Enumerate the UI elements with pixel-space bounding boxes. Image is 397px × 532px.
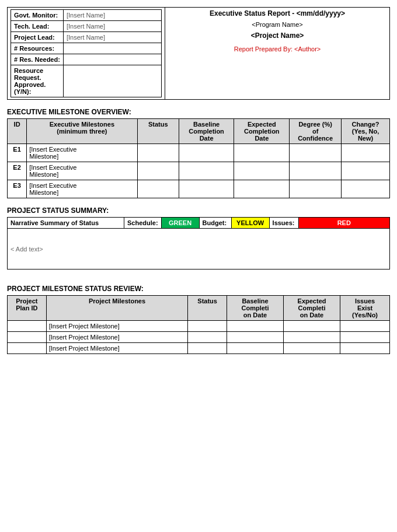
exec-id: E2 xyxy=(8,162,27,180)
res-needed-value[interactable] xyxy=(64,54,162,65)
col-expected: ExpectedCompletionDate xyxy=(234,119,290,144)
pm-col-expected: ExpectedCompletion Date xyxy=(284,296,340,321)
exec-milestone-text[interactable]: [Insert ExecutiveMilestone] xyxy=(27,144,138,162)
exec-expected[interactable] xyxy=(234,180,290,198)
project-milestone-row: [Insert Project Milestone] xyxy=(8,343,390,354)
pm-id[interactable] xyxy=(8,343,47,354)
exec-milestone-text[interactable]: [Insert ExecutiveMilestone] xyxy=(27,162,138,180)
project-milestone-title: PROJECT MILESTONE STATUS REVIEW: xyxy=(7,285,390,293)
exec-id: E3 xyxy=(8,180,27,198)
exec-baseline[interactable] xyxy=(179,144,234,162)
exec-change[interactable] xyxy=(342,180,390,198)
govt-monitor-value[interactable]: [Insert Name] xyxy=(64,10,162,21)
header-table: Govt. Monitor: [Insert Name] Tech. Lead:… xyxy=(7,7,390,100)
col-status: Status xyxy=(137,119,179,144)
resource-request-value[interactable] xyxy=(64,65,162,97)
header-right-panel: Executive Status Report - <mm/dd/yyyy> <… xyxy=(165,8,390,100)
res-needed-label: # Res. Needed: xyxy=(11,54,64,65)
pm-expected[interactable] xyxy=(284,332,340,343)
prepared-by[interactable]: Report Prepared By: <Author> xyxy=(168,46,386,52)
narrative-label: Narrative Summary of Status xyxy=(8,218,124,229)
resource-request-label: ResourceRequest.Approved.(Y/N): xyxy=(11,65,64,97)
project-lead-value[interactable]: [Insert Name] xyxy=(64,32,162,43)
exec-milestone-row: E2 [Insert ExecutiveMilestone] xyxy=(8,162,390,180)
exec-milestone-text[interactable]: [Insert ExecutiveMilestone] xyxy=(27,180,138,198)
tech-lead-value[interactable]: [Insert Name] xyxy=(64,21,162,32)
pm-col-issues: IssuesExist(Yes/No) xyxy=(340,296,390,321)
exec-id: E1 xyxy=(8,144,27,162)
exec-status[interactable] xyxy=(137,144,179,162)
budget-label: Budget: xyxy=(199,218,231,229)
pm-col-id: ProjectPlan ID xyxy=(8,296,47,321)
pm-expected[interactable] xyxy=(284,321,340,332)
exec-change[interactable] xyxy=(342,162,390,180)
pm-baseline[interactable] xyxy=(227,332,283,343)
resources-label: # Resources: xyxy=(11,43,64,54)
exec-degree[interactable] xyxy=(290,144,342,162)
exec-milestone-row: E1 [Insert ExecutiveMilestone] xyxy=(8,144,390,162)
pm-expected[interactable] xyxy=(284,343,340,354)
exec-expected[interactable] xyxy=(234,162,290,180)
col-baseline: BaselineCompletionDate xyxy=(179,119,234,144)
tech-lead-label: Tech. Lead: xyxy=(11,21,64,32)
pm-col-milestones: Project Milestones xyxy=(46,296,188,321)
pm-status[interactable] xyxy=(188,321,227,332)
project-milestone-table: ProjectPlan ID Project Milestones Status… xyxy=(7,295,390,354)
schedule-label: Schedule: xyxy=(124,218,162,229)
narrative-text[interactable]: < Add text> xyxy=(8,229,390,270)
executive-milestone-title: EXECUTIVE MILESTONE OVERVIEW: xyxy=(7,108,390,116)
project-milestone-row: [Insert Project Milestone] xyxy=(8,321,390,332)
exec-status[interactable] xyxy=(137,162,179,180)
issues-value[interactable]: RED xyxy=(298,218,389,229)
pm-milestone-text[interactable]: [Insert Project Milestone] xyxy=(46,332,188,343)
schedule-value[interactable]: GREEN xyxy=(161,218,199,229)
govt-monitor-label: Govt. Monitor: xyxy=(11,10,64,21)
exec-baseline[interactable] xyxy=(179,180,234,198)
budget-value[interactable]: YELLOW xyxy=(231,218,269,229)
exec-milestone-row: E3 [Insert ExecutiveMilestone] xyxy=(8,180,390,198)
pm-col-baseline: BaselineCompletion Date xyxy=(227,296,283,321)
report-title: Executive Status Report - <mm/dd/yyyy> xyxy=(168,9,386,18)
col-degree: Degree (%)ofConfidence xyxy=(290,119,342,144)
issues-label: Issues: xyxy=(269,218,298,229)
exec-status[interactable] xyxy=(137,180,179,198)
exec-expected[interactable] xyxy=(234,144,290,162)
col-id: ID xyxy=(8,119,27,144)
resources-value[interactable] xyxy=(64,43,162,54)
pm-milestone-text[interactable]: [Insert Project Milestone] xyxy=(46,321,188,332)
project-status-table: Narrative Summary of Status Schedule: GR… xyxy=(7,217,390,270)
pm-status[interactable] xyxy=(188,332,227,343)
exec-baseline[interactable] xyxy=(179,162,234,180)
project-status-title: PROJECT STATUS SUMMARY: xyxy=(7,206,390,215)
exec-degree[interactable] xyxy=(290,162,342,180)
pm-baseline[interactable] xyxy=(227,321,283,332)
col-milestones: Executive Milestones(minimum three) xyxy=(27,119,138,144)
program-name[interactable]: <Program Name> xyxy=(168,21,386,28)
col-change: Change?(Yes, No,New) xyxy=(342,119,390,144)
exec-degree[interactable] xyxy=(290,180,342,198)
exec-change[interactable] xyxy=(342,144,390,162)
pm-issues[interactable] xyxy=(340,321,390,332)
project-name[interactable]: <Project Name> xyxy=(168,32,386,40)
pm-col-status: Status xyxy=(188,296,227,321)
pm-baseline[interactable] xyxy=(227,343,283,354)
executive-milestone-table: ID Executive Milestones(minimum three) S… xyxy=(7,118,390,198)
project-lead-label: Project Lead: xyxy=(11,32,64,43)
pm-id[interactable] xyxy=(8,321,47,332)
pm-status[interactable] xyxy=(188,343,227,354)
pm-id[interactable] xyxy=(8,332,47,343)
project-milestone-row: [Insert Project Milestone] xyxy=(8,332,390,343)
pm-issues[interactable] xyxy=(340,332,390,343)
pm-issues[interactable] xyxy=(340,343,390,354)
pm-milestone-text[interactable]: [Insert Project Milestone] xyxy=(46,343,188,354)
